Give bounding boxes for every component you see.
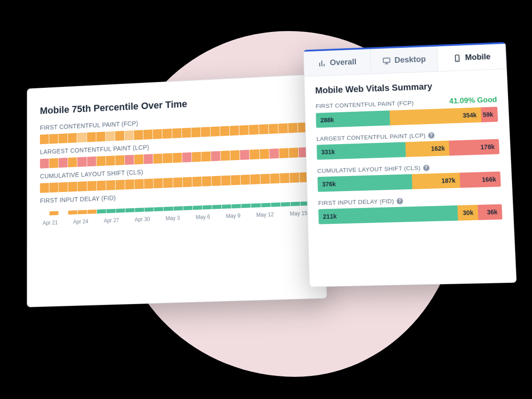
summary-metric-label: FIRST INPUT DELAY (FID)?: [318, 197, 403, 206]
axis-tick: May 3: [166, 215, 180, 222]
bar-segment: [212, 205, 222, 209]
help-icon[interactable]: ?: [423, 164, 430, 171]
bar-segment: [191, 127, 200, 137]
bar-segment: [182, 128, 191, 138]
bar-part-bad: 59k: [481, 107, 498, 122]
bar-segment: [125, 208, 135, 212]
bar-segment: [87, 132, 96, 142]
bar-segment: [40, 207, 49, 216]
bar-segment: [201, 152, 211, 162]
bar-segment: [134, 130, 143, 140]
tab-overall[interactable]: Overall: [304, 49, 371, 76]
bar-segment: [106, 131, 115, 141]
bar-segment: [164, 207, 173, 211]
bar-segment: [269, 149, 279, 159]
help-icon[interactable]: ?: [396, 198, 403, 204]
tab-mobile[interactable]: Mobile: [438, 44, 507, 71]
axis-tick: May 6: [196, 214, 210, 220]
bar-segment: [271, 203, 280, 207]
summary-title: Mobile Web Vitals Summary: [315, 79, 497, 95]
summary-metric: CUMULATIVE LAYOUT SHIFT (CLS)?376k187k16…: [317, 162, 501, 192]
summary-metric: LARGEST CONTENTFUL PAINT (LCP)?331k162k1…: [317, 130, 500, 160]
bar-segment: [249, 125, 259, 135]
bar-segment: [154, 207, 164, 211]
bar-segment: [144, 179, 153, 189]
bar-segment: [144, 129, 153, 140]
bar-part-good: 288k: [316, 110, 390, 128]
summary-metric: FIRST INPUT DELAY (FID)?211k30k36k: [318, 195, 503, 224]
bar-segment: [222, 204, 231, 209]
web-vitals-summary-panel: Overall Desktop Mobile Mobile Web Vitals…: [303, 42, 516, 287]
bar-part-mid: 30k: [457, 205, 478, 221]
bar-segment: [163, 178, 172, 188]
bar-segment: [241, 203, 250, 208]
bar-segment: [172, 128, 181, 138]
tab-desktop[interactable]: Desktop: [370, 47, 438, 74]
bar-segment: [49, 183, 58, 193]
bar-segment: [279, 148, 289, 158]
bar-segment: [240, 150, 250, 160]
summary-metric: FIRST CONTENTFUL PAINT (FCP)41.09% Good2…: [316, 95, 498, 128]
bar-segment: [59, 133, 67, 143]
bar-segment: [261, 203, 270, 207]
bar-segment: [281, 202, 290, 207]
bar-segment: [153, 153, 163, 164]
bar-segment: [49, 158, 58, 168]
bar-segment: [96, 132, 106, 141]
bar-segment: [172, 153, 182, 163]
phone-icon: [453, 54, 462, 63]
summary-metric-label: CUMULATIVE LAYOUT SHIFT (CLS)?: [317, 164, 430, 175]
axis-tick: May 9: [226, 212, 240, 219]
bar-segment: [280, 173, 289, 183]
tab-label: Overall: [330, 57, 357, 67]
stacked-bar: 288k354k59k: [316, 107, 498, 128]
bar-segment: [193, 206, 202, 210]
bar-part-good: 331k: [317, 142, 406, 160]
bar-segment: [97, 209, 106, 214]
bar-segment: [87, 156, 96, 167]
bar-part-good: 211k: [318, 205, 458, 224]
summary-metrics: FIRST CONTENTFUL PAINT (FCP)41.09% Good2…: [316, 95, 503, 224]
bar-segment: [289, 172, 299, 183]
bar-segment: [211, 126, 220, 137]
bar-segment: [125, 180, 134, 190]
bar-segment: [87, 181, 96, 191]
summary-metric-label: LARGEST CONTENTFUL PAINT (LCP)?: [317, 132, 435, 142]
bar-segment: [68, 210, 77, 215]
bar-segment: [290, 202, 300, 206]
bar-segment: [135, 208, 144, 212]
bar-segment: [106, 209, 116, 213]
stacked-bar: 331k162k178k: [317, 139, 499, 160]
percentile-over-time-panel: Mobile 75th Percentile Over Time FIRST C…: [27, 74, 327, 307]
bar-segment: [259, 124, 269, 134]
good-percentage: 41.09% Good: [449, 95, 497, 106]
bar-segment: [50, 211, 59, 215]
axis-tick: May 15: [290, 210, 308, 217]
axis-tick: Apr 21: [43, 219, 58, 226]
axis-tick: May 12: [256, 211, 274, 219]
bar-segment: [115, 155, 125, 165]
bar-segment: [251, 203, 261, 207]
bar-segment: [68, 157, 77, 167]
bar-segment: [116, 208, 125, 213]
help-icon[interactable]: ?: [428, 132, 435, 138]
bar-segment: [231, 204, 241, 208]
bar-segment: [115, 131, 124, 141]
bar-segment: [202, 176, 211, 186]
bar-segment: [49, 134, 58, 144]
axis-tick: Apr 27: [104, 217, 119, 224]
bar-segment: [125, 130, 134, 141]
bar-part-bad: 178k: [449, 139, 500, 156]
stacked-bar: 211k30k36k: [318, 204, 502, 224]
stacked-bar: 376k187k166k: [317, 172, 501, 192]
bar-part-mid: 354k: [390, 107, 481, 125]
bar-part-good: 376k: [317, 174, 412, 192]
bar-segment: [135, 179, 144, 189]
bar-segment: [231, 175, 241, 185]
bar-segment: [96, 156, 106, 166]
bar-segment: [59, 182, 68, 192]
bar-part-mid: 187k: [412, 173, 460, 189]
bar-segment: [173, 177, 182, 188]
bar-segment: [250, 174, 260, 184]
bar-segment: [59, 158, 67, 168]
